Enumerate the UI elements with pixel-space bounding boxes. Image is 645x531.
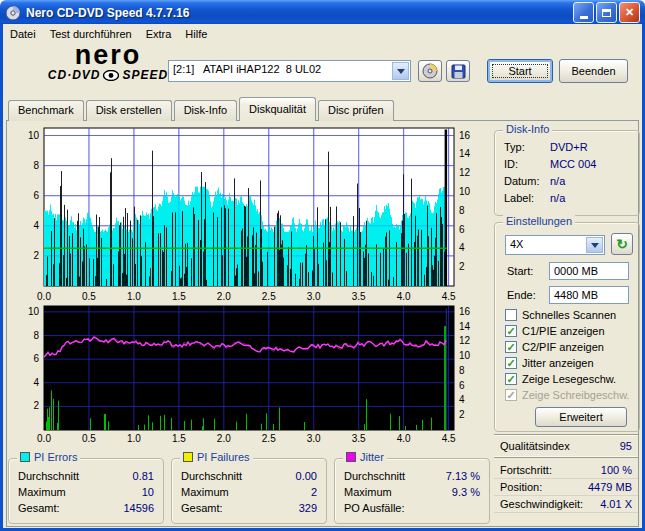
progress-label: Position:: [500, 481, 542, 493]
svg-text:14: 14: [459, 321, 471, 332]
checkbox-c1-pie[interactable]: ✓C1/PIE anzeigen: [505, 325, 605, 337]
checkbox-schnelles-scannen[interactable]: Schnelles Scannen: [505, 309, 616, 321]
svg-text:6: 6: [33, 353, 39, 364]
checkbox-lesegeschw[interactable]: ✓Zeige Lesegeschw.: [505, 373, 616, 385]
progress-row-fortschritt: Fortschritt: 100 %: [494, 462, 638, 479]
svg-text:4.5: 4.5: [442, 433, 456, 444]
svg-text:2.0: 2.0: [217, 433, 231, 444]
refresh-icon: ↻: [616, 236, 628, 252]
drive-dropdown-arrow[interactable]: [392, 62, 409, 80]
start-button-label: Start: [508, 65, 531, 77]
svg-text:4.0: 4.0: [397, 291, 411, 302]
svg-text:10: 10: [459, 186, 471, 197]
stat-label: Durchschnitt: [344, 470, 405, 482]
disk-info-row-datum: Datum: n/a: [504, 175, 630, 189]
menu-item-hilfe[interactable]: Hilfe: [178, 26, 214, 42]
disk-info-row-label: Label: n/a: [504, 192, 630, 206]
disc-button[interactable]: [418, 60, 442, 82]
quit-button[interactable]: Beenden: [559, 59, 628, 83]
info-value: n/a: [550, 175, 565, 187]
progress-label: Geschwindigkeit:: [500, 498, 583, 510]
maximize-icon: [602, 9, 611, 17]
progress-value: 100 %: [601, 464, 632, 476]
speed-dropdown-arrow[interactable]: [586, 237, 603, 253]
progress-label: Fortschritt:: [500, 464, 552, 476]
checkbox-icon: ✓: [505, 389, 517, 401]
scan-speed-selector[interactable]: 4X: [505, 235, 605, 255]
svg-text:6: 6: [459, 224, 465, 235]
svg-text:3.0: 3.0: [307, 291, 321, 302]
svg-text:2: 2: [33, 400, 39, 411]
jitter-box-title: Jitter: [343, 451, 387, 463]
svg-text:14: 14: [459, 148, 471, 159]
refresh-speed-button[interactable]: ↻: [611, 233, 633, 255]
start-button[interactable]: Start: [487, 59, 553, 83]
pi-failures-swatch: [183, 452, 193, 462]
svg-text:1.0: 1.0: [127, 433, 141, 444]
svg-text:10: 10: [28, 306, 40, 317]
svg-text:4: 4: [459, 394, 465, 405]
menu-item-extra[interactable]: Extra: [139, 26, 179, 42]
nero-sub-right: SPEED: [122, 68, 168, 82]
svg-text:2: 2: [459, 261, 465, 272]
tab-diskqualitaet[interactable]: Diskqualität: [239, 97, 316, 121]
tab-disk-erstellen[interactable]: Disk erstellen: [86, 100, 172, 121]
drive-selector[interactable]: [2:1] ATAPI iHAP122 8 UL02: [168, 60, 411, 82]
start-position-field[interactable]: [549, 262, 629, 280]
end-position-field[interactable]: [549, 286, 629, 304]
info-label: Typ:: [504, 141, 525, 153]
checkbox-label: Zeige Schreibgeschw.: [522, 389, 630, 401]
svg-text:1.5: 1.5: [172, 291, 186, 302]
svg-text:4: 4: [33, 220, 39, 231]
stat-value: 9.3 %: [452, 486, 480, 498]
quality-index-label: Qualitätsindex: [500, 440, 570, 452]
svg-text:1.5: 1.5: [172, 433, 186, 444]
svg-text:0.5: 0.5: [82, 433, 96, 444]
checkbox-icon: ✓: [505, 341, 517, 353]
quality-index-value: 95: [620, 440, 632, 452]
checkbox-jitter[interactable]: ✓Jitter anzeigen: [505, 357, 594, 369]
svg-text:2.0: 2.0: [217, 291, 231, 302]
stat-value: 329: [299, 502, 317, 514]
svg-text:2.5: 2.5: [262, 433, 276, 444]
checkbox-c2-pif[interactable]: ✓C2/PIF anzeigen: [505, 341, 604, 353]
stat-label: PO Ausfälle:: [344, 502, 405, 514]
save-button[interactable]: [446, 60, 470, 82]
checkbox-label: C1/PIE anzeigen: [522, 325, 605, 337]
stat-value: 7.13 %: [446, 470, 480, 482]
settings-group-title: Einstellungen: [503, 215, 575, 227]
disk-info-group-title: Disk-Info: [503, 123, 552, 135]
disk-info-row-typ: Typ: DVD+R: [504, 141, 630, 155]
stat-value: 0.81: [133, 470, 154, 482]
disk-info-group: Disk-Info Typ: DVD+R ID: MCC 004 Datum: …: [494, 130, 640, 216]
menu-item-datei[interactable]: Datei: [3, 26, 43, 42]
svg-text:4.0: 4.0: [397, 433, 411, 444]
minimize-button[interactable]: [573, 2, 594, 23]
title-bar[interactable]: Nero CD-DVD Speed 4.7.7.16 ✕: [0, 0, 645, 25]
tab-disk-info[interactable]: Disk-Info: [174, 100, 237, 121]
maximize-button[interactable]: [596, 2, 617, 23]
stat-label: Durchschnitt: [18, 470, 79, 482]
floppy-icon: [451, 64, 466, 79]
pi-errors-box-title: PI Errors: [17, 451, 80, 463]
svg-text:3.0: 3.0: [307, 433, 321, 444]
info-label: ID:: [504, 158, 518, 170]
svg-text:16: 16: [459, 306, 471, 317]
stat-label: Gesamt:: [18, 502, 60, 514]
progress-row-geschwindigkeit: Geschwindigkeit: 4.01 X: [494, 496, 638, 513]
checkbox-icon: ✓: [505, 357, 517, 369]
checkbox-label: Schnelles Scannen: [522, 309, 616, 321]
tab-disc-pruefen[interactable]: Disc prüfen: [318, 100, 394, 121]
checkbox-label: C2/PIF anzeigen: [522, 341, 604, 353]
advanced-button[interactable]: Erweitert: [535, 407, 627, 427]
svg-text:10: 10: [459, 350, 471, 361]
close-button[interactable]: ✕: [619, 2, 640, 23]
pi-failures-box-title: PI Failures: [180, 451, 253, 463]
info-label: Datum:: [504, 175, 539, 187]
checkbox-icon: ✓: [505, 373, 517, 385]
checkbox-icon: [505, 309, 517, 321]
drive-selector-value: [2:1] ATAPI iHAP122 8 UL02: [173, 63, 390, 75]
tab-benchmark[interactable]: Benchmark: [8, 100, 84, 121]
stat-label: Gesamt:: [181, 502, 223, 514]
stat-label: Maximum: [181, 486, 229, 498]
